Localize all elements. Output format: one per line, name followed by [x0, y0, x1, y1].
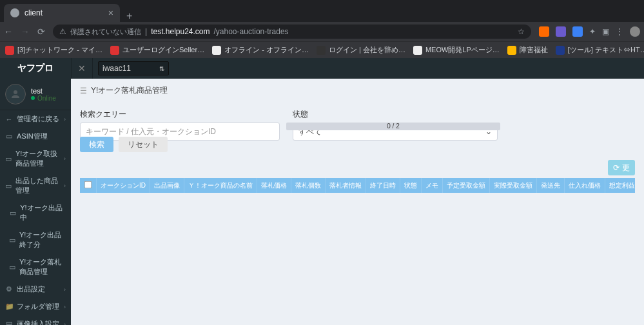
close-icon[interactable]: ×	[108, 8, 113, 18]
extension-icon[interactable]	[572, 26, 583, 37]
bookmark-item[interactable]: オフライン - オフライン…	[212, 45, 309, 55]
column-header[interactable]: 落札価格	[257, 178, 291, 193]
sidebar-item[interactable]: ▭Y!オーク出品終了分	[0, 226, 71, 253]
back-button[interactable]: ←	[4, 26, 13, 37]
bookmark-icon	[110, 46, 119, 55]
progress-bar: 0 / 2	[286, 123, 500, 130]
user-name: test	[31, 87, 56, 95]
sidebar-item[interactable]: ▤画像挿入設定›	[0, 315, 71, 325]
extension-icon[interactable]	[556, 26, 566, 37]
url-path: /yahoo-auction-trades	[214, 27, 289, 36]
bookmark-item[interactable]: [3]チャットワーク - マイ…	[5, 45, 102, 55]
progress-text: 0 / 2	[387, 123, 399, 130]
status-label: 状態	[293, 109, 498, 120]
reload-button[interactable]: ⟳	[37, 26, 45, 37]
column-header[interactable]: 発送先	[537, 178, 565, 193]
sidebar-item[interactable]: ▭Y!オーク落札商品管理	[0, 253, 71, 281]
nav-label: Y!オーク落札商品管理	[19, 257, 66, 277]
bookmark-icon	[317, 46, 326, 55]
nav-label: 出品した商品管理	[15, 176, 60, 195]
bookmark-item[interactable]: MEOW開発LPページ…	[413, 45, 500, 55]
nav-icon: ▭	[9, 236, 15, 244]
tab-favicon	[10, 8, 19, 17]
extensions-icon[interactable]: ✦	[589, 27, 596, 36]
column-header[interactable]: 落札者情報	[326, 178, 366, 193]
list-icon: ☰	[80, 86, 87, 95]
sidebar-item[interactable]: ←管理者に戻る›	[0, 110, 71, 128]
extension-icon[interactable]	[539, 26, 549, 37]
extension-icons: ✦ ▣ ⋮	[539, 26, 640, 37]
column-header[interactable]: 仕入れ価格	[565, 178, 605, 193]
bookmark-icon	[5, 46, 14, 55]
forward-button[interactable]: →	[21, 26, 30, 37]
bookmark-item[interactable]: ユーザーログインSeller…	[110, 45, 204, 55]
nav-icon: ⚙	[5, 285, 13, 293]
menu-icon[interactable]: ⋮	[616, 27, 623, 36]
chevron-right-icon: ›	[64, 286, 66, 293]
browser-tab-strip: client × +	[0, 0, 644, 22]
chevron-right-icon: ›	[64, 304, 66, 310]
account-select[interactable]: iwaac11 ⇅	[98, 61, 169, 75]
results-table: オークションID出品画像Ｙ！オーク商品の名前落札価格落札個数落札者情報終了日時状…	[80, 178, 635, 193]
profile-avatar[interactable]	[630, 26, 640, 37]
address-bar[interactable]: ⚠ 保護されていない通信 | test.helpu24.com/yahoo-au…	[53, 25, 531, 39]
nav-label: Y!オーク出品中	[20, 203, 66, 222]
app-header: ヤフプロ ✕ iwaac11 ⇅	[0, 58, 644, 79]
column-header[interactable]: メモ	[422, 178, 443, 193]
bookmarks-bar: [3]チャットワーク - マイ… ユーザーログインSeller… オフライン -…	[0, 41, 644, 58]
close-panel-button[interactable]: ✕	[71, 58, 93, 79]
breadcrumb: ☰ Y!オーク落札商品管理	[80, 85, 635, 96]
column-header[interactable]: 状態	[400, 178, 422, 193]
column-header[interactable]: オークションID	[97, 178, 150, 193]
bookmark-icon	[212, 46, 221, 55]
nav-label: フォルダ管理	[17, 302, 59, 311]
user-panel: test Online	[0, 79, 71, 110]
security-text: 保護されていない通信	[70, 27, 141, 37]
update-button[interactable]: ⟳ 更	[608, 160, 635, 175]
window-icon[interactable]: ▣	[602, 27, 609, 36]
column-header[interactable]: 想定利益	[605, 178, 636, 193]
bookmark-item[interactable]: ログイン | 会社を辞め…	[317, 45, 405, 55]
nav-label: ASIN管理	[17, 132, 48, 141]
breadcrumb-text: Y!オーク落札商品管理	[91, 85, 168, 96]
search-button[interactable]: 検索	[80, 137, 113, 152]
nav-icon: ▭	[9, 263, 15, 271]
sidebar: test Online ←管理者に戻る›▭ASIN管理▭Y!オーク取扱商品管理›…	[0, 79, 71, 325]
bookmark-icon	[413, 46, 422, 55]
sidebar-item[interactable]: 📁フォルダ管理›	[0, 298, 71, 315]
column-header[interactable]: 実際受取金額	[490, 178, 537, 193]
column-header[interactable]: 出品画像	[150, 178, 184, 193]
search-label: 検索クエリー	[80, 109, 280, 120]
select-all-checkbox[interactable]	[84, 181, 92, 189]
column-header[interactable]: 予定受取金額	[443, 178, 490, 193]
bookmark-item[interactable]: [ツール] テキスト⇔HT…	[556, 45, 644, 55]
nav-label: 画像挿入設定	[17, 319, 59, 325]
account-value: iwaac11	[102, 64, 131, 73]
avatar	[5, 84, 26, 104]
column-header[interactable]: 終了日時	[366, 178, 400, 193]
column-header[interactable]: 落札個数	[291, 178, 326, 193]
user-status: Online	[31, 95, 56, 102]
nav-icon: ▭	[5, 132, 13, 141]
nav-icon: ▭	[5, 182, 12, 190]
brand-logo[interactable]: ヤフプロ	[0, 63, 71, 74]
tab-title: client	[24, 8, 43, 17]
reset-button[interactable]: リセット	[119, 137, 168, 152]
nav-icon: ▭	[9, 209, 16, 217]
star-icon[interactable]: ☆	[518, 27, 525, 36]
sidebar-item[interactable]: ▭Y!オーク出品中	[0, 199, 71, 226]
new-tab-button[interactable]: +	[120, 10, 139, 22]
sidebar-item[interactable]: ▭出品した商品管理›	[0, 172, 71, 199]
bookmark-item[interactable]: 障害福祉	[507, 45, 548, 55]
browser-tab[interactable]: client ×	[4, 4, 120, 22]
nav-label: Y!オーク取扱商品管理	[15, 149, 60, 168]
sidebar-item[interactable]: ▭Y!オーク取扱商品管理›	[0, 145, 71, 172]
chevron-right-icon: ›	[64, 182, 66, 189]
column-header[interactable]: Ｙ！オーク商品の名前	[184, 178, 257, 193]
sidebar-item[interactable]: ▭ASIN管理	[0, 128, 71, 145]
bookmark-icon	[507, 46, 516, 55]
sidebar-item[interactable]: ⚙出品設定›	[0, 281, 71, 298]
nav-label: Y!オーク出品終了分	[19, 230, 66, 250]
main-content: ☰ Y!オーク落札商品管理 検索クエリー 状態 すべて ⌄ 0 / 2 検索	[71, 79, 644, 325]
svg-point-0	[14, 90, 17, 94]
